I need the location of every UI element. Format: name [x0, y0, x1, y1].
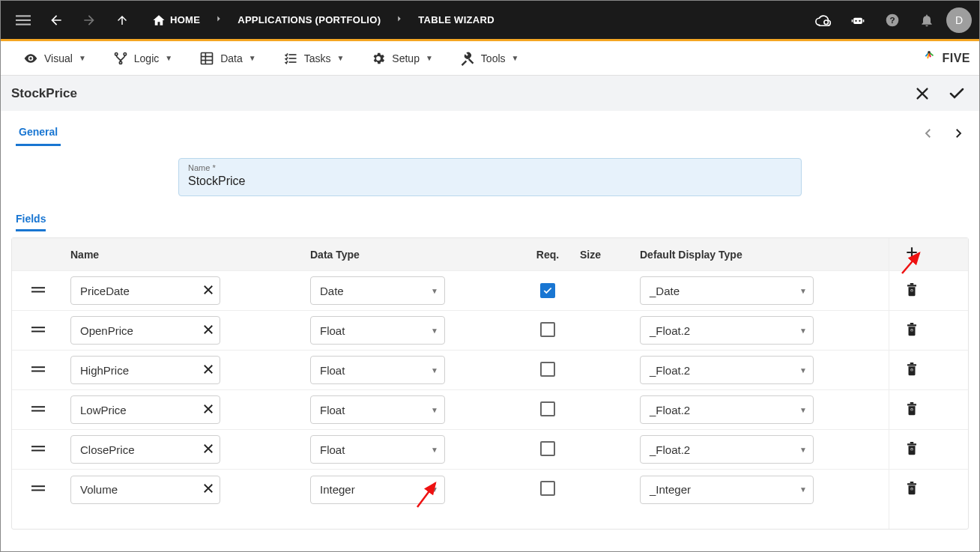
field-name-input[interactable]: OpenPrice — [70, 316, 220, 345]
breadcrumb-applications[interactable]: APPLICATIONS (PORTFOLIO) — [230, 10, 388, 30]
svg-rect-43 — [31, 446, 45, 447]
svg-rect-29 — [31, 330, 45, 332]
menu-tasks[interactable]: Tasks▼ — [270, 41, 358, 75]
required-checkbox[interactable] — [540, 481, 555, 496]
field-name-input[interactable]: LowPrice — [70, 395, 220, 424]
display-type-select[interactable]: _Float.2 ▼ — [640, 435, 814, 464]
close-button[interactable] — [910, 82, 934, 106]
chevron-down-icon: ▼ — [799, 287, 807, 295]
display-type-value: _Float.2 — [650, 404, 799, 416]
field-name-input[interactable]: PriceDate — [70, 276, 220, 305]
svg-point-13 — [124, 52, 126, 55]
field-name-input[interactable]: Volume — [70, 476, 220, 504]
chevron-down-icon: ▼ — [431, 446, 438, 454]
clear-name-button[interactable] — [202, 283, 215, 299]
svg-rect-48 — [31, 485, 45, 487]
delete-row-button[interactable] — [905, 282, 919, 300]
delete-row-button[interactable] — [905, 481, 919, 498]
menu-data[interactable]: Data▼ — [186, 41, 269, 75]
name-input[interactable] — [188, 175, 792, 188]
data-type-select[interactable]: Date ▼ — [310, 276, 445, 305]
home-icon — [152, 13, 166, 27]
menu-tools[interactable]: Tools▼ — [447, 41, 533, 75]
display-type-select[interactable]: _Integer ▼ — [640, 476, 814, 504]
field-name-input[interactable]: ClosePrice — [70, 435, 220, 464]
tab-prev-button[interactable] — [918, 123, 939, 144]
tab-general[interactable]: General — [16, 120, 61, 146]
chevron-down-icon: ▼ — [249, 54, 256, 62]
avatar[interactable]: D — [946, 7, 972, 33]
svg-rect-49 — [31, 490, 45, 491]
display-type-value: _Date — [650, 285, 799, 297]
svg-rect-28 — [31, 327, 45, 328]
table-row: PriceDate Date ▼ _Date ▼ — [12, 271, 968, 311]
tab-next-button[interactable] — [948, 123, 969, 144]
svg-rect-35 — [907, 364, 916, 366]
data-type-select[interactable]: Float ▼ — [310, 356, 445, 384]
drag-handle[interactable] — [31, 324, 45, 337]
display-type-select[interactable]: _Float.2 ▼ — [640, 316, 814, 345]
clear-name-button[interactable] — [202, 402, 215, 418]
clear-name-button[interactable] — [202, 323, 215, 339]
data-type-value: Float — [320, 404, 431, 416]
data-type-select[interactable]: Float ▼ — [310, 395, 445, 424]
delete-row-button[interactable] — [905, 362, 919, 379]
table-row: OpenPrice Float ▼ _Float.2 ▼ — [12, 311, 968, 351]
menu-logic[interactable]: Logic▼ — [100, 41, 186, 75]
clear-name-button[interactable] — [202, 442, 215, 458]
field-name-value: HighPrice — [80, 364, 202, 377]
clear-name-button[interactable] — [202, 363, 215, 378]
delete-row-button[interactable] — [905, 441, 919, 458]
menu-setup[interactable]: Setup▼ — [357, 41, 447, 75]
name-field[interactable]: Name * — [178, 158, 802, 196]
menu-visual[interactable]: Visual▼ — [10, 41, 100, 75]
trash-icon — [905, 282, 919, 297]
back-button[interactable] — [41, 5, 71, 35]
breadcrumb-applications-label: APPLICATIONS (PORTFOLIO) — [238, 14, 381, 25]
tab-fields[interactable]: Fields — [16, 213, 46, 231]
chat-button[interactable] — [843, 5, 873, 35]
arrow-left-icon — [49, 13, 64, 28]
drag-handle[interactable] — [31, 404, 45, 416]
chevron-down-icon: ▼ — [799, 327, 807, 335]
drag-handle[interactable] — [31, 364, 45, 377]
data-type-select[interactable]: Float ▼ — [310, 435, 445, 464]
breadcrumb-wizard[interactable]: TABLE WIZARD — [411, 10, 502, 30]
svg-rect-45 — [907, 443, 916, 445]
data-type-select[interactable]: Float ▼ — [310, 316, 445, 345]
required-checkbox[interactable] — [540, 322, 555, 337]
field-name-value: PriceDate — [80, 285, 202, 297]
required-checkbox[interactable] — [540, 401, 555, 416]
drag-handle[interactable] — [31, 443, 45, 456]
display-type-select[interactable]: _Float.2 ▼ — [640, 395, 814, 424]
arrow-up-icon — [115, 13, 129, 27]
display-type-select[interactable]: _Date ▼ — [640, 276, 814, 305]
field-name-input[interactable]: HighPrice — [70, 356, 220, 384]
required-checkbox[interactable] — [540, 441, 555, 456]
notifications-button[interactable] — [912, 5, 942, 35]
close-icon — [202, 482, 215, 495]
name-field-label: Name * — [188, 163, 792, 172]
chevron-down-icon: ▼ — [799, 406, 807, 414]
close-icon — [202, 402, 215, 416]
display-type-select[interactable]: _Float.2 ▼ — [640, 356, 814, 384]
drag-handle[interactable] — [31, 285, 45, 297]
up-button[interactable] — [107, 5, 137, 35]
chevron-down-icon: ▼ — [431, 366, 438, 374]
menu-button[interactable] — [8, 5, 38, 35]
add-field-button[interactable] — [904, 245, 919, 264]
required-checkbox[interactable] — [540, 362, 555, 377]
clear-name-button[interactable] — [202, 482, 215, 497]
delete-row-button[interactable] — [905, 401, 919, 419]
drag-handle[interactable] — [31, 483, 45, 496]
delete-row-button[interactable] — [905, 322, 919, 339]
breadcrumb-home[interactable]: HOME — [145, 9, 208, 31]
menu-bar: Visual▼ Logic▼ Data▼ Tasks▼ Setup▼ Tools… — [1, 41, 979, 76]
save-button[interactable] — [945, 82, 969, 106]
cloud-button[interactable] — [808, 5, 838, 35]
required-checkbox[interactable] — [540, 283, 555, 298]
trash-icon — [905, 401, 919, 416]
help-button[interactable]: ? — [877, 5, 907, 35]
chevron-down-icon: ▼ — [431, 327, 438, 335]
data-type-select[interactable]: Integer ▼ — [310, 476, 445, 504]
